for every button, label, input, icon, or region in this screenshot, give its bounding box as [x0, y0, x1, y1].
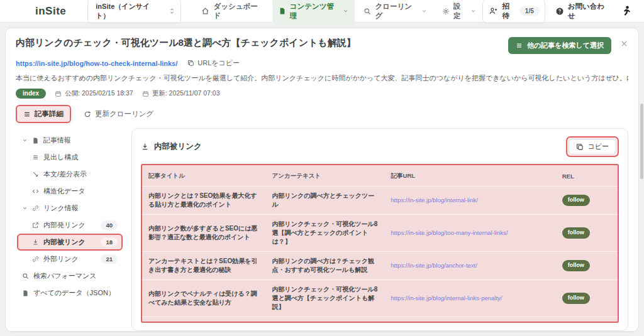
document-icon	[32, 137, 39, 144]
count-badge: 18	[101, 237, 118, 247]
copy-icon	[187, 60, 194, 67]
person-plus-icon	[489, 7, 497, 15]
article-url-link[interactable]: https://in-site.jp/blog/internal-links-p…	[391, 295, 502, 301]
table-row: 内部リンクでペナルティは受ける？調べてみた結果と安全な貼り方 内部リンクチェック…	[142, 280, 618, 317]
highlight-box-table: 記事タイトル アンカーテキスト 記事URL REL 内部リンクとは？SEO効果を…	[141, 164, 619, 323]
nav-crawling[interactable]: クローリング	[357, 0, 433, 24]
col-header-url: 記事URL	[385, 165, 556, 187]
detail-sidebar: 記事情報 見出し構成 本文/差分表示 構造化データ リンク情報 内部発リ	[16, 128, 125, 331]
sidebar-item-label: 外部リンク	[43, 254, 79, 264]
article-url-link[interactable]: https://in-site.jp/blog/internal-link/	[391, 197, 478, 203]
chevron-down-icon	[22, 205, 28, 211]
panel-header: 内部被リンク コピー	[141, 136, 619, 157]
panel-title: 内部被リンク	[141, 141, 202, 152]
main-nav: ダッシュボード コンテンツ管理 クローリング 設定	[195, 0, 482, 24]
document-icon	[279, 7, 286, 15]
sidebar-item-incoming-internal-links[interactable]: 内部被リンク 18	[17, 234, 123, 251]
nav-label: ダッシュボード	[213, 2, 263, 21]
external-link-icon	[32, 222, 39, 229]
sidebar-item-label: すべてのデータ（JSON）	[33, 288, 115, 298]
sidebar-item-label: リンク情報	[43, 203, 79, 213]
search-other-articles-button[interactable]: 他の記事を検索して選択	[508, 37, 611, 54]
contact-label: お問い合わせ	[568, 2, 610, 21]
sidebar-item-link-info[interactable]: リンク情報	[17, 200, 123, 217]
table-row: 内部リンク数が多すぎるとSEOには悪影響？適正な数と最適化のポイント 内部リンク…	[142, 215, 618, 252]
sidebar-item-external-links[interactable]: 外部リンク 21	[17, 251, 123, 268]
nav-label: 設定	[453, 2, 467, 21]
col-header-title: 記事タイトル	[142, 165, 266, 187]
rel-follow-badge: follow	[562, 293, 590, 304]
gear-icon	[442, 8, 450, 15]
chevron-down-icon	[421, 8, 427, 14]
tab-article-detail[interactable]: 記事詳細	[17, 106, 70, 122]
search-button-label: 他の記事を検索して選択	[527, 41, 604, 50]
list-icon	[23, 111, 31, 118]
sidebar-item-label: 構造化データ	[43, 187, 86, 196]
sidebar-item-label: 本文/差分表示	[43, 170, 87, 179]
nav-settings[interactable]: 設定	[436, 0, 482, 24]
sidebar-item-heading-structure[interactable]: 見出し構成	[17, 149, 123, 166]
copy-button-label: コピー	[587, 142, 609, 151]
search-icon	[22, 273, 29, 279]
published-date: 公開: 2025/02/15 18:37	[55, 89, 133, 98]
sidebar-item-body-diff[interactable]: 本文/差分表示	[17, 166, 123, 183]
table-header-row: 記事タイトル アンカーテキスト 記事URL REL	[142, 165, 618, 187]
cell-rel: follow	[556, 215, 618, 252]
incoming-links-table: 記事タイトル アンカーテキスト 記事URL REL 内部リンクとは？SEO効果を…	[142, 165, 618, 323]
sidebar-item-structured-data[interactable]: 構造化データ	[17, 183, 123, 200]
highlight-box-article-detail: 記事詳細	[16, 105, 71, 123]
search-icon	[364, 8, 371, 15]
invite-button[interactable]: 招待 1/5	[482, 0, 545, 24]
calendar-icon	[55, 90, 62, 97]
list-icon	[516, 42, 523, 49]
app-logo[interactable]: inSite	[35, 5, 66, 18]
incoming-link-icon	[141, 143, 149, 151]
project-selector-value: inSite（インサイト）	[96, 2, 157, 21]
copy-url-button[interactable]: URLをコピー	[187, 58, 240, 68]
updated-date: 更新: 2025/11/07 07:03	[142, 89, 220, 98]
cell-rel: follow	[556, 280, 618, 317]
page-title: 内部リンクのチェック・可視化ツール8選と調べ方【チェックポイントも解説】	[16, 37, 508, 49]
article-url-link[interactable]: https://in-site.jp/blog/anchor-text/	[391, 262, 477, 269]
document-icon	[22, 290, 29, 297]
tabs-row: 記事詳細 更新クローリング	[16, 105, 628, 123]
copy-table-button[interactable]: コピー	[569, 139, 616, 154]
cell-url: https://in-site.jp/blog/search-console-i…	[385, 317, 556, 323]
project-selector[interactable]: inSite（インサイト）	[87, 0, 181, 24]
table-row: Search Consoleで内部リンクを確認する方法【画面キャプチャで詳しく解…	[142, 317, 618, 323]
rel-follow-badge: follow	[562, 195, 590, 206]
sidebar-item-outgoing-internal-links[interactable]: 内部発リンク 40	[17, 217, 123, 234]
col-header-anchor: アンカーテキスト	[266, 165, 385, 187]
article-card: 内部リンクのチェック・可視化ツール8選と調べ方【チェックポイントも解説】 他の記…	[5, 28, 639, 332]
page-scrollbar[interactable]	[640, 104, 643, 179]
contact-button[interactable]: お問い合わせ	[555, 2, 610, 21]
tab-label: 更新クローリング	[95, 109, 153, 119]
col-header-rel: REL	[556, 165, 618, 187]
sidebar-item-label: 内部発リンク	[43, 220, 86, 230]
user-avatar-icon[interactable]	[620, 5, 633, 18]
nav-dashboard[interactable]: ダッシュボード	[195, 0, 269, 24]
article-url-link[interactable]: https://in-site.jp/blog/too-many-interna…	[391, 229, 508, 236]
chevron-down-icon	[470, 8, 476, 14]
top-header: inSite inSite（インサイト） ダッシュボード コンテンツ管理 クロー…	[0, 0, 644, 23]
cell-anchor: 内部リンクチェック・可視化ツール8選の詳細比較	[266, 317, 385, 323]
close-icon[interactable]	[620, 40, 628, 48]
sidebar-item-article-info[interactable]: 記事情報	[17, 132, 123, 149]
nav-content-management[interactable]: コンテンツ管理	[272, 0, 355, 24]
content-area: 記事情報 見出し構成 本文/差分表示 構造化データ リンク情報 内部発リ	[16, 128, 628, 331]
panel-title-text: 内部被リンク	[154, 141, 202, 152]
tab-label: 記事詳細	[35, 109, 64, 119]
sidebar-item-search-performance[interactable]: 検索パフォーマンス	[17, 268, 123, 285]
sidebar-item-label: 記事情報	[43, 136, 71, 145]
tab-update-crawling[interactable]: 更新クローリング	[77, 106, 160, 122]
index-status-badge: index	[16, 89, 46, 99]
invite-count-badge: 1/5	[519, 6, 540, 16]
highlight-box-copy: コピー	[566, 136, 619, 157]
article-url-link[interactable]: https://in-site.jp/blog/how-to-check-int…	[16, 60, 177, 67]
incoming-link-icon	[32, 239, 39, 246]
url-row: https://in-site.jp/blog/how-to-check-int…	[16, 58, 628, 68]
cell-url: https://in-site.jp/blog/too-many-interna…	[385, 215, 556, 252]
table-row: アンカーテキストとは？SEO効果を引き出す書き方と最適化の秘訣 内部リンクの調べ…	[142, 252, 618, 280]
sidebar-item-all-data-json[interactable]: すべてのデータ（JSON）	[17, 285, 123, 301]
title-row: 内部リンクのチェック・可視化ツール8選と調べ方【チェックポイントも解説】 他の記…	[16, 37, 628, 54]
